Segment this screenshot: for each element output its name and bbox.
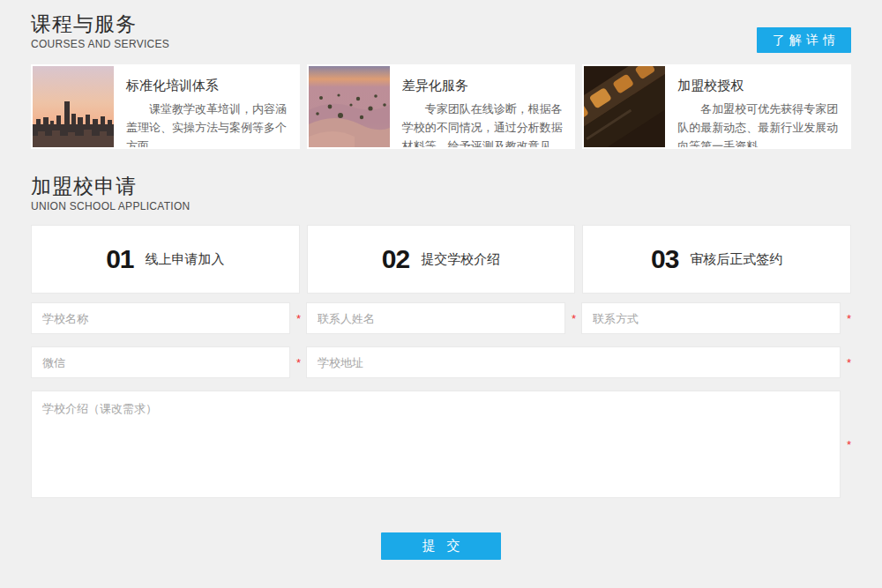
application-steps: 01 线上申请加入 02 提交学校介绍 03 审核后正式签约 — [31, 225, 851, 294]
card-title: 加盟校授权 — [677, 78, 841, 94]
course-card-franchise-authorization: 加盟校授权 各加盟校可优先获得专家团队的最新动态、最新行业发展动向等第一手资料 — [582, 64, 851, 149]
courses-heading: 课程与服务 COURSES AND SERVICES — [31, 14, 169, 49]
card-description: 专家团队在线诊断，根据各学校的不同情况，通过分析数据材料等，给予评测及教改意见 — [402, 100, 565, 147]
course-cards: 标准化培训体系 课堂教学改革培训，内容涵盖理论、实操方法与案例等多个方面 — [31, 64, 851, 149]
city-skyline-image — [33, 66, 114, 147]
card-description: 课堂教学改革培训，内容涵盖理论、实操方法与案例等多个方面 — [126, 100, 289, 147]
form-row-2: * * — [31, 346, 841, 378]
contact-name-input[interactable] — [306, 302, 565, 334]
required-asterisk: * — [296, 357, 301, 368]
required-asterisk: * — [572, 313, 576, 324]
school-name-input[interactable] — [31, 302, 290, 334]
step-online-apply: 01 线上申请加入 — [31, 225, 300, 294]
required-asterisk: * — [847, 439, 851, 450]
contact-phone-field: * — [581, 302, 841, 334]
step-submit-intro: 02 提交学校介绍 — [307, 225, 576, 294]
school-name-field: * — [31, 302, 290, 334]
step-number: 01 — [106, 244, 133, 274]
step-number: 03 — [651, 244, 678, 274]
required-asterisk: * — [296, 313, 301, 324]
desert-dunes-image — [309, 66, 390, 147]
wechat-input[interactable] — [31, 346, 290, 378]
card-title: 差异化服务 — [402, 78, 565, 94]
form-row-3: * — [31, 391, 841, 498]
step-label: 线上申请加入 — [146, 251, 225, 268]
step-sign-contract: 03 审核后正式签约 — [582, 225, 851, 294]
application-form: * * * * * * — [31, 302, 841, 498]
card-title: 标准化培训体系 — [126, 78, 289, 94]
step-label: 提交学校介绍 — [421, 251, 500, 268]
application-heading: 加盟校申请 UNION SCHOOL APPLICATION — [31, 176, 851, 212]
step-number: 02 — [382, 244, 409, 274]
form-row-1: * * * — [31, 302, 841, 334]
page: 课程与服务 COURSES AND SERVICES 了解详情 — [0, 0, 882, 588]
card-body: 标准化培训体系 课堂教学改革培训，内容涵盖理论、实操方法与案例等多个方面 — [114, 66, 298, 147]
submit-button[interactable]: 提交 — [381, 532, 501, 560]
school-address-input[interactable] — [306, 346, 841, 378]
learn-more-button[interactable]: 了解详情 — [757, 27, 851, 53]
card-body: 加盟校授权 各加盟校可优先获得专家团队的最新动态、最新行业发展动向等第一手资料 — [665, 66, 849, 147]
application-subtitle: UNION SCHOOL APPLICATION — [31, 201, 851, 212]
contact-phone-input[interactable] — [581, 302, 841, 334]
course-card-standard-training: 标准化培训体系 课堂教学改革培训，内容涵盖理论、实操方法与案例等多个方面 — [31, 64, 300, 149]
page-title: 课程与服务 — [31, 14, 169, 34]
film-strip-image — [584, 66, 665, 147]
wechat-field: * — [31, 346, 290, 378]
submit-row: 提交 — [31, 532, 851, 560]
page-subtitle: COURSES AND SERVICES — [31, 39, 169, 49]
card-description: 各加盟校可优先获得专家团队的最新动态、最新行业发展动向等第一手资料 — [677, 100, 841, 147]
required-asterisk: * — [847, 313, 851, 324]
school-address-field: * — [306, 346, 841, 378]
application-title: 加盟校申请 — [31, 176, 851, 197]
step-label: 审核后正式签约 — [690, 251, 782, 268]
school-intro-textarea[interactable] — [31, 391, 841, 498]
card-body: 差异化服务 专家团队在线诊断，根据各学校的不同情况，通过分析数据材料等，给予评测… — [390, 66, 574, 147]
contact-name-field: * — [306, 302, 565, 334]
school-intro-field: * — [31, 391, 841, 498]
required-asterisk: * — [847, 357, 851, 368]
courses-header: 课程与服务 COURSES AND SERVICES 了解详情 — [31, 14, 851, 53]
course-card-differentiated-service: 差异化服务 专家团队在线诊断，根据各学校的不同情况，通过分析数据材料等，给予评测… — [307, 64, 576, 149]
